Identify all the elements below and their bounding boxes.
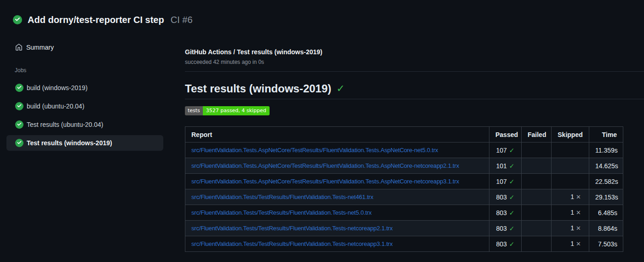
job-label: build (windows-2019): [27, 84, 87, 91]
job-label: Test results (windows-2019): [27, 139, 112, 147]
check-icon: ✓: [509, 147, 515, 154]
divider: [185, 99, 644, 99]
col-header-report: Report: [185, 127, 489, 142]
report-cell: src/FluentValidation.Tests/TestResults/F…: [185, 189, 489, 205]
sidebar: Summary Jobs build (windows-2019): [0, 41, 172, 151]
check-icon: ✓: [509, 194, 515, 201]
passed-cell: 803✓: [489, 205, 522, 221]
check-icon: ✓: [336, 82, 345, 95]
table-row: src/FluentValidation.Tests.AspNetCore/Te…: [185, 142, 623, 158]
badge-value: 3527 passed, 4 skipped: [203, 106, 270, 115]
report-link[interactable]: src/FluentValidation.Tests.AspNetCore/Te…: [191, 147, 438, 154]
report-link[interactable]: src/FluentValidation.Tests/TestResults/F…: [191, 240, 393, 247]
passed-cell: 803✓: [489, 189, 522, 205]
tests-badge: tests 3527 passed, 4 skipped: [185, 106, 270, 115]
skipped-cell: 1✕: [552, 221, 589, 236]
skipped-cell: 1✕: [552, 236, 589, 252]
cross-icon: ✕: [576, 240, 581, 247]
report-cell: src/FluentValidation.Tests/TestResults/F…: [185, 221, 489, 236]
table-header-row: Report Passed Failed Skipped Time: [185, 127, 623, 142]
col-header-time: Time: [589, 127, 623, 142]
check-circle-icon: [15, 120, 23, 129]
failed-cell: [522, 174, 552, 189]
time-cell: 11.359s: [589, 142, 623, 158]
report-link[interactable]: src/FluentValidation.Tests.AspNetCore/Te…: [191, 162, 459, 169]
main-content: GitHub Actions / Test results (windows-2…: [172, 41, 644, 252]
table-row: src/FluentValidation.Tests/TestResults/F…: [185, 236, 623, 252]
failed-cell: [522, 205, 552, 221]
report-cell: src/FluentValidation.Tests/TestResults/F…: [185, 236, 489, 252]
run-number: CI #6: [171, 15, 193, 25]
check-circle-icon: [15, 139, 23, 147]
sidebar-item-summary[interactable]: Summary: [6, 41, 172, 53]
time-cell: 22.582s: [589, 174, 623, 189]
home-icon: [15, 44, 23, 51]
skipped-cell: 1✕: [552, 189, 589, 205]
check-circle-icon: [15, 84, 23, 92]
jobs-section-label: Jobs: [15, 67, 172, 74]
report-link[interactable]: src/FluentValidation.Tests.AspNetCore/Te…: [191, 178, 459, 185]
report-cell: src/FluentValidation.Tests/TestResults/F…: [185, 205, 489, 221]
table-row: src/FluentValidation.Tests/TestResults/F…: [185, 205, 623, 221]
cross-icon: ✕: [576, 209, 581, 216]
col-header-failed: Failed: [522, 127, 552, 142]
check-run-title: GitHub Actions / Test results (windows-2…: [185, 48, 644, 56]
summary-label: Summary: [26, 44, 54, 51]
check-icon: ✓: [509, 225, 515, 232]
passed-cell: 803✓: [489, 221, 522, 236]
check-icon: ✓: [509, 240, 515, 248]
check-icon: ✓: [509, 209, 515, 216]
report-cell: src/FluentValidation.Tests.AspNetCore/Te…: [185, 142, 489, 158]
report-link[interactable]: src/FluentValidation.Tests/TestResults/F…: [191, 209, 372, 216]
passed-cell: 107✓: [489, 174, 522, 189]
time-cell: 8.864s: [589, 221, 623, 236]
check-circle-icon: [15, 102, 23, 110]
cross-icon: ✕: [576, 194, 581, 200]
time-cell: 6.485s: [589, 205, 623, 221]
time-cell: 14.625s: [589, 158, 623, 174]
table-row: src/FluentValidation.Tests.AspNetCore/Te…: [185, 158, 623, 174]
time-cell: 29.153s: [589, 189, 623, 205]
failed-cell: [522, 142, 552, 158]
report-cell: src/FluentValidation.Tests.AspNetCore/Te…: [185, 174, 489, 189]
failed-cell: [522, 158, 552, 174]
col-header-passed: Passed: [489, 127, 522, 142]
report-heading-text: Test results (windows-2019): [185, 82, 331, 95]
failed-cell: [522, 221, 552, 236]
divider: [185, 71, 644, 72]
check-run-status: succeeded 42 minutes ago in 0s: [185, 59, 644, 65]
passed-cell: 107✓: [489, 142, 522, 158]
report-link[interactable]: src/FluentValidation.Tests/TestResults/F…: [191, 194, 374, 200]
job-label: build (ubuntu-20.04): [27, 103, 84, 110]
report-heading: Test results (windows-2019) ✓: [185, 82, 644, 95]
check-icon: ✓: [509, 162, 515, 170]
results-table: Report Passed Failed Skipped Time src/Fl…: [185, 126, 623, 252]
table-row: src/FluentValidation.Tests.AspNetCore/Te…: [185, 174, 623, 189]
check-circle-icon: [13, 15, 22, 24]
failed-cell: [522, 236, 552, 252]
col-header-skipped: Skipped: [552, 127, 589, 142]
time-cell: 7.503s: [589, 236, 623, 252]
check-icon: ✓: [509, 178, 515, 185]
skipped-cell: [552, 174, 589, 189]
passed-cell: 803✓: [489, 236, 522, 252]
run-header: Add dorny/test-reporter CI step CI #6: [0, 0, 644, 26]
report-link[interactable]: src/FluentValidation.Tests/TestResults/F…: [191, 225, 393, 232]
sidebar-item-test-results-windows-2019[interactable]: Test results (windows-2019): [6, 135, 163, 151]
sidebar-item-test-results-ubuntu-2004[interactable]: Test results (ubuntu-20.04): [6, 117, 163, 132]
skipped-cell: 1✕: [552, 205, 589, 221]
passed-cell: 101✓: [489, 158, 522, 174]
table-row: src/FluentValidation.Tests/TestResults/F…: [185, 189, 623, 205]
job-label: Test results (ubuntu-20.04): [27, 121, 104, 128]
jobs-list: build (windows-2019) build (ubuntu-20.04…: [0, 80, 172, 151]
report-cell: src/FluentValidation.Tests.AspNetCore/Te…: [185, 158, 489, 174]
table-row: src/FluentValidation.Tests/TestResults/F…: [185, 221, 623, 236]
sidebar-item-build-ubuntu-2004[interactable]: build (ubuntu-20.04): [6, 98, 163, 114]
cross-icon: ✕: [576, 225, 581, 232]
run-title: Add dorny/test-reporter CI step: [28, 15, 164, 25]
failed-cell: [522, 189, 552, 205]
skipped-cell: [552, 158, 589, 174]
badge-label: tests: [185, 106, 203, 115]
skipped-cell: [552, 142, 589, 158]
sidebar-item-build-windows-2019[interactable]: build (windows-2019): [6, 80, 163, 96]
